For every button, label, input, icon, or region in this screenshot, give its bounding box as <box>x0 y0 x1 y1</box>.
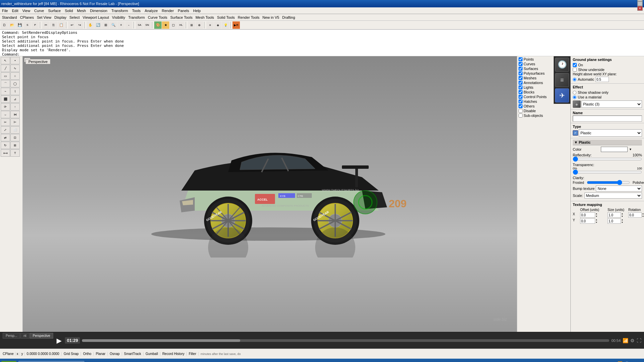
tab-curvetools[interactable]: Curve Tools <box>147 15 169 19</box>
lt-line[interactable]: ╱ <box>1 65 10 72</box>
grid-btn[interactable]: ⊞ <box>188 21 195 29</box>
tm-y-offset[interactable]: 0.0 <box>580 218 595 224</box>
gp-on-checkbox[interactable] <box>573 63 577 67</box>
tl-settings-icon[interactable]: ⚙ <box>630 338 635 343</box>
clarity-slider[interactable] <box>587 180 630 185</box>
hiddenline-btn[interactable]: HL <box>177 21 185 29</box>
lt-split[interactable]: ⊢ <box>10 119 20 126</box>
lt-trim[interactable]: ✂ <box>1 119 10 126</box>
color-swatch[interactable] <box>601 147 628 152</box>
menu-item-surface[interactable]: Surface <box>46 8 63 13</box>
lt-freeform[interactable]: ~ <box>1 88 10 95</box>
cb-controlpoints[interactable] <box>519 95 523 99</box>
gp-auto-radio[interactable] <box>573 78 576 81</box>
layers-icon[interactable]: ≡ <box>555 73 569 87</box>
cb-points[interactable] <box>519 57 523 61</box>
send-icon[interactable]: ✈ <box>555 88 569 102</box>
lt-dim[interactable]: ⟷ <box>1 149 10 157</box>
tl-tab-perspective[interactable]: Perspective <box>30 333 53 339</box>
lt-surface[interactable]: ⬛ <box>1 95 10 103</box>
open-btn[interactable]: 📂 <box>8 21 16 29</box>
viewport[interactable]: Perspective ▼ <box>23 56 517 332</box>
lt-curve[interactable]: ∿ <box>10 65 20 72</box>
cb-disable[interactable] <box>519 109 523 113</box>
tab-transform[interactable]: Transform <box>127 15 146 19</box>
tab-visibility[interactable]: Visibility <box>111 15 127 19</box>
lt-ellipse[interactable]: ◯ <box>10 80 20 87</box>
tl-tab-nt[interactable]: nt <box>20 333 29 339</box>
lt-sweep[interactable]: ⊿ <box>10 95 20 103</box>
cb-subobjects[interactable] <box>519 114 523 118</box>
zoom-extents-btn[interactable]: ⊞ <box>102 21 109 29</box>
status-snap[interactable]: Grid Snap <box>62 352 81 356</box>
cb-annotations[interactable] <box>519 81 523 85</box>
sel-none-btn[interactable]: SN <box>144 21 151 29</box>
material-btn[interactable]: ◈ <box>214 21 221 29</box>
plastic-section-header[interactable]: ▼ Plastic <box>573 140 642 145</box>
menu-item-tools[interactable]: Tools <box>130 8 143 13</box>
color-dropdown-arrow[interactable]: ▼ <box>629 148 632 151</box>
status-planar[interactable]: Planar <box>94 352 108 356</box>
tab-surfacetools[interactable]: Surface Tools <box>169 15 194 19</box>
close-button[interactable]: ✕ <box>637 6 643 11</box>
reflectivity-slider[interactable] <box>573 157 642 161</box>
bumptexture-dropdown[interactable]: None <box>596 186 642 192</box>
tab-viewportlayout[interactable]: Viewport Layout <box>81 15 110 19</box>
lt-copy[interactable]: ⬜ <box>10 126 20 134</box>
render-btn[interactable]: ▶R <box>233 21 240 29</box>
status-osnap[interactable]: Osnap <box>108 352 122 356</box>
status-smarttrack[interactable]: SmartTrack <box>122 352 144 356</box>
zoom-out-btn[interactable]: - <box>125 21 132 29</box>
lt-intcurve[interactable]: ⌇ <box>10 88 20 95</box>
tl-tab-persp[interactable]: Persp... <box>3 333 20 339</box>
tab-setview[interactable]: Set View <box>35 15 53 19</box>
tl-fullscreen-icon[interactable]: ⛶ <box>637 338 641 343</box>
lt-rotate[interactable]: ↻ <box>1 142 10 149</box>
paste-btn[interactable]: 📋 <box>58 21 65 29</box>
tm-x-rotation[interactable]: 0.0 <box>628 212 642 218</box>
cb-curves[interactable] <box>519 62 523 66</box>
status-gumball[interactable]: Gumball <box>144 352 160 356</box>
maximize-button[interactable]: □ <box>637 1 643 6</box>
name-input[interactable]: Plastic (3) <box>573 116 642 122</box>
tab-meshtools[interactable]: Mesh Tools <box>194 15 215 19</box>
sel-all-btn[interactable]: SA <box>136 21 143 29</box>
rendered-btn[interactable]: ★ <box>162 21 169 29</box>
cb-polysurfaces[interactable] <box>519 71 523 75</box>
pdf-btn[interactable]: P <box>31 21 39 29</box>
tm-x-size-spin[interactable]: ▲ ▼ <box>621 212 623 218</box>
tm-y-size[interactable]: 1.0 <box>608 218 621 224</box>
light-btn[interactable]: 💡 <box>222 21 229 29</box>
redo-btn[interactable]: ↪ <box>76 21 83 29</box>
lt-array[interactable]: ⊞ <box>10 142 20 149</box>
type-dropdown[interactable]: Plastic Metal Glass Default <box>579 129 642 137</box>
tab-rendertools[interactable]: Render Tools <box>237 15 261 19</box>
tl-play-btn[interactable]: ▶ <box>55 337 63 345</box>
tm-y-size-spin[interactable]: ▲ ▼ <box>621 218 623 224</box>
axes-btn[interactable]: ⊕ <box>196 21 203 29</box>
menu-item-file[interactable]: File <box>0 8 10 13</box>
lt-select[interactable]: ↖ <box>1 57 10 64</box>
cb-others[interactable] <box>519 104 523 108</box>
wireframe-btn[interactable]: ◻ <box>170 21 177 29</box>
copy-btn[interactable]: ⎘ <box>50 21 57 29</box>
menu-item-solid[interactable]: Solid <box>63 8 75 13</box>
menu-item-view[interactable]: View <box>20 8 32 13</box>
menu-item-edit[interactable]: Edit <box>10 8 20 13</box>
save-btn[interactable]: 💾 <box>16 21 23 29</box>
viewport-perspective-label[interactable]: Perspective <box>25 59 51 64</box>
gp-height-input[interactable]: 0.5 <box>595 77 609 82</box>
tab-cplanes[interactable]: CPlanes <box>19 15 35 19</box>
tm-x-offset-spin[interactable]: ▲ ▼ <box>595 212 597 218</box>
status-record[interactable]: Record History <box>160 352 187 356</box>
menu-item-transform[interactable]: Transform <box>109 8 130 13</box>
cb-surfaces[interactable] <box>519 67 523 71</box>
cmd-input[interactable] <box>20 52 642 56</box>
tab-newv5[interactable]: New in V5 <box>261 15 280 19</box>
lt-move[interactable]: ⤢ <box>1 126 10 134</box>
status-filter[interactable]: Filter <box>187 352 198 356</box>
menu-item-analyze[interactable]: Analyze <box>143 8 160 13</box>
clock-icon[interactable]: 🕐 <box>555 58 569 72</box>
zoom-window-btn[interactable]: 🔍 <box>110 21 117 29</box>
tm-x-offset[interactable]: 0.0 <box>580 212 595 218</box>
